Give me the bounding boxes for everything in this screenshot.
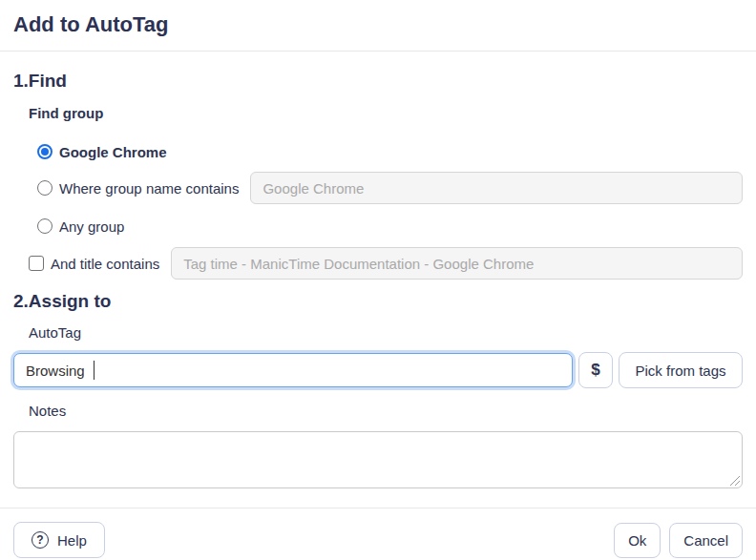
autotag-label: AutoTag — [29, 324, 743, 342]
footer-bar: ? Help Ok Cancel — [13, 522, 743, 558]
radio-option-group-name-contains: Where group name contains — [37, 172, 743, 204]
assign-section-heading: 2.Assign to — [13, 290, 743, 312]
help-button[interactable]: ? Help — [13, 522, 105, 558]
help-question-icon: ? — [32, 531, 49, 549]
autotag-input[interactable] — [13, 353, 573, 387]
radio-option-label: Any group — [59, 218, 124, 235]
radio-unselected-icon[interactable] — [37, 180, 52, 196]
title-contains-checkbox[interactable] — [29, 256, 44, 271]
dollar-variable-button[interactable]: $ — [578, 352, 613, 388]
dialog-title: Add to AutoTag — [13, 0, 743, 38]
radio-selected-icon[interactable] — [37, 144, 52, 159]
radio-option-google-chrome[interactable]: Google Chrome — [37, 143, 743, 160]
text-caret — [94, 361, 94, 380]
radio-option-label: Google Chrome — [59, 144, 167, 160]
find-section-heading: 1.Find — [13, 70, 743, 92]
autotag-input-row: $ Pick from tags — [13, 350, 743, 390]
help-button-label: Help — [57, 532, 87, 549]
autotag-input-wrap — [13, 353, 573, 387]
notes-label: Notes — [29, 403, 743, 420]
add-to-autotag-dialog: Add to AutoTag 1.Find Find group Google … — [0, 0, 756, 560]
header-divider — [0, 51, 756, 52]
radio-unselected-icon[interactable] — [37, 218, 52, 234]
pick-from-tags-button[interactable]: Pick from tags — [619, 352, 743, 388]
notes-field-wrap — [13, 431, 743, 488]
title-contains-label: And title contains — [51, 256, 159, 272]
footer-divider — [0, 508, 756, 508]
ok-button[interactable]: Ok — [614, 523, 661, 558]
title-contains-row: And title contains — [29, 247, 743, 280]
radio-option-any-group[interactable]: Any group — [37, 218, 743, 235]
notes-textarea[interactable] — [13, 431, 743, 488]
group-name-contains-input[interactable] — [250, 172, 743, 204]
resize-handle-icon[interactable] — [730, 476, 740, 486]
find-group-label: Find group — [29, 105, 743, 122]
radio-option-label: Where group name contains — [59, 180, 239, 197]
cancel-button[interactable]: Cancel — [669, 523, 743, 558]
title-contains-input[interactable] — [171, 247, 743, 280]
